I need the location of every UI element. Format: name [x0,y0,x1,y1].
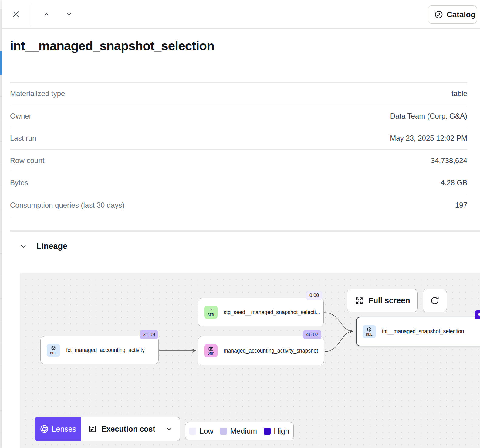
fullscreen-button-label: Full screen [368,296,410,305]
detail-row-owner: Owner Data Team (Corp, G&A) [10,105,467,128]
detail-value: 4.28 GB [441,179,467,187]
lens-selected-label: Execution cost [101,425,161,433]
seed-type-icon: SED [204,306,218,319]
node-type-label: MDL [50,352,57,355]
node-type-label: MDL [366,333,373,336]
page-title: int__managed_snapshot_selection [10,39,214,53]
node-label: fct_managed_accounting_activity [66,347,145,353]
detail-value: 34,738,624 [431,156,467,165]
execution-cost-badge: 67 [475,310,480,319]
app-root: Catalog int__managed_snapshot_selection … [0,0,480,448]
model-type-icon: MDL [47,344,60,357]
fullscreen-button[interactable]: Full screen [347,289,418,312]
lineage-node-int-managed-snapshot-selection[interactable]: MDL int__managed_snapshot_selection 67 [356,317,480,346]
lineage-canvas[interactable]: MDL fct_managed_accounting_activity 21.0… [20,273,480,448]
detail-label: Last run [10,134,36,142]
refresh-button[interactable] [423,289,447,312]
cube-icon [51,346,56,351]
lineage-node-stg-seed-managed-snapshot-selection[interactable]: SED stg_seed__managed_snapshot_selecti..… [198,298,324,326]
details-table: Materialized type table Owner Data Team … [10,82,467,216]
expand-icon [354,296,364,306]
panel-toolbar: Catalog [2,0,480,29]
legend-swatch-high [264,428,271,435]
lens-selector[interactable]: Execution cost [81,417,180,441]
detail-value: table [451,89,467,98]
cost-legend: Low Medium High [185,422,294,440]
close-button[interactable] [10,8,22,20]
detail-row-materialized-type: Materialized type table [10,83,467,105]
legend-label-medium: Medium [230,427,257,436]
legend-swatch-medium [220,428,227,435]
execution-cost-badge: 21.09 [140,330,158,339]
legend-label-high: High [274,427,289,436]
chevron-down-icon [166,425,173,433]
detail-row-row-count: Row count 34,738,624 [10,150,467,172]
lenses-button[interactable]: Lenses [35,417,81,441]
background-page-edge [0,0,2,448]
detail-row-last-run: Last run May 23, 2025 12:02 PM [10,127,467,150]
detail-row-consumption-queries: Consumption queries (last 30 days) 197 [10,194,467,217]
lenses-button-label: Lenses [52,425,76,433]
detail-row-bytes: Bytes 4.28 GB [10,172,467,194]
detail-label: Row count [10,156,44,165]
catalog-button-label: Catalog [447,10,475,19]
background-scroll-indicator [0,51,2,75]
cube-icon [367,327,372,332]
model-type-icon: MDL [363,325,376,338]
catalog-button[interactable]: Catalog [428,5,477,24]
table-lens-icon [88,424,97,433]
detail-value: 197 [455,201,467,209]
detail-label: Bytes [10,179,28,187]
node-type-label: SED [208,313,214,317]
section-divider [10,230,480,232]
node-label: int__managed_snapshot_selection [382,328,464,335]
close-icon [11,10,20,19]
detail-value: May 23, 2025 12:02 PM [390,134,467,142]
sprout-icon [208,307,214,313]
next-item-button[interactable] [63,9,75,19]
aperture-icon [40,424,49,433]
chevron-up-icon [43,11,50,18]
node-label: managed_accounting_activity_snapshot [224,348,318,354]
compass-icon [434,10,443,19]
lineage-section-header: Lineage [19,242,67,251]
toolbar-divider [31,3,31,26]
chevron-down-icon [65,11,73,18]
lenses-control: Lenses Execution cost [35,417,180,441]
refresh-icon [430,296,440,306]
previous-item-button[interactable] [40,9,52,19]
legend-label-low: Low [199,427,213,436]
lineage-node-managed-accounting-activity-snapshot[interactable]: SNP managed_accounting_activity_snapshot… [198,336,324,365]
lineage-section-title: Lineage [36,242,67,251]
collapse-chevron-icon[interactable] [19,242,27,250]
execution-cost-badge: 46.02 [303,330,321,339]
execution-cost-badge: 0.00 [306,291,322,300]
camera-icon [208,346,214,351]
detail-value: Data Team (Corp, G&A) [390,112,467,120]
snapshot-type-icon: SNP [204,344,218,357]
detail-panel: Catalog int__managed_snapshot_selection … [2,0,480,448]
detail-label: Consumption queries (last 30 days) [10,201,125,209]
node-label: stg_seed__managed_snapshot_selecti... [224,309,320,316]
detail-label: Materialized type [10,89,65,98]
legend-swatch-low [189,428,196,435]
detail-label: Owner [10,112,32,120]
lineage-node-fct-managed-accounting-activity[interactable]: MDL fct_managed_accounting_activity 21.0… [40,336,159,364]
node-type-label: SNP [208,352,214,356]
